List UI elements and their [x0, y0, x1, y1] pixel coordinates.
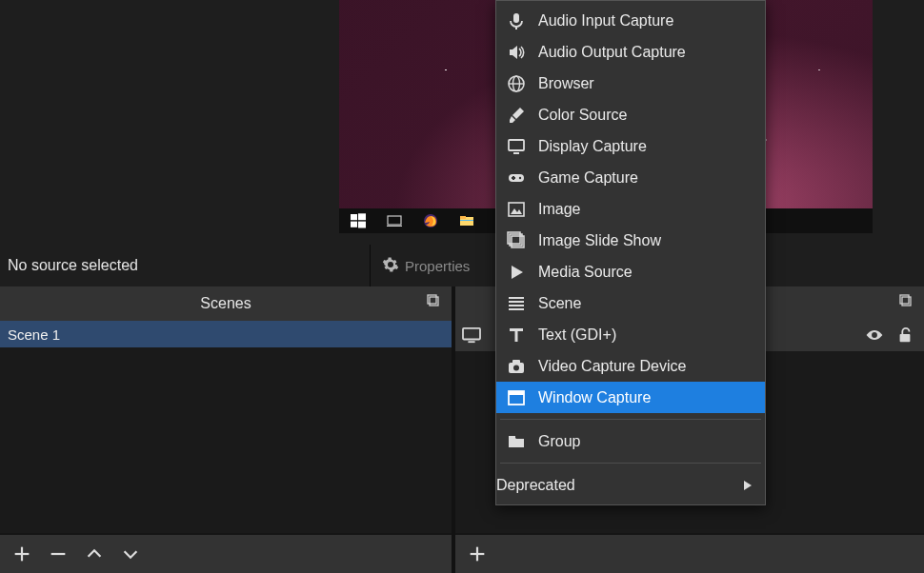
svg-rect-50: [509, 436, 515, 439]
menu-item-label: Audio Output Capture: [538, 44, 686, 61]
menu-item-label: Color Source: [538, 107, 627, 124]
add-source-context-menu: Audio Input Capture Audio Output Capture…: [495, 0, 766, 505]
move-scene-down-button[interactable]: [116, 540, 145, 568]
svg-rect-1: [358, 213, 366, 220]
svg-rect-29: [509, 174, 524, 182]
lock-open-icon[interactable]: [895, 326, 914, 346]
svg-rect-0: [351, 214, 357, 220]
svg-rect-40: [509, 301, 524, 303]
svg-rect-19: [900, 334, 911, 342]
camera-icon: [506, 356, 527, 377]
menu-item-deprecated[interactable]: Deprecated: [496, 469, 765, 501]
speaker-icon: [506, 42, 527, 63]
svg-point-47: [513, 365, 519, 370]
svg-rect-23: [515, 27, 517, 30]
list-icon: [506, 293, 527, 314]
menu-item-image[interactable]: Image: [496, 193, 765, 225]
image-icon: [506, 199, 527, 220]
menu-item-label: Window Capture: [538, 389, 651, 406]
menu-item-label: Display Capture: [538, 138, 647, 155]
menu-item-media-source[interactable]: Media Source: [496, 256, 765, 287]
svg-marker-38: [512, 266, 523, 279]
paintbrush-icon: [506, 105, 527, 126]
preview-area: [0, 0, 924, 245]
menu-item-scene[interactable]: Scene: [496, 287, 765, 319]
windows-start-icon: [349, 211, 368, 230]
svg-rect-28: [513, 152, 519, 154]
svg-rect-46: [512, 360, 520, 364]
undock-icon[interactable]: [427, 294, 444, 311]
menu-item-label: Text (GDI+): [538, 326, 616, 344]
menu-item-label: Media Source: [538, 264, 633, 281]
scenes-body[interactable]: Scene 1: [0, 321, 452, 533]
menu-item-label: Image Slide Show: [538, 232, 661, 249]
menu-separator: [500, 463, 761, 464]
panels-row: Scenes Scene 1 So: [0, 286, 924, 573]
menu-item-video-capture-device[interactable]: Video Capture Device: [496, 350, 765, 382]
monitor-icon: [461, 326, 482, 346]
menu-item-image-slide-show[interactable]: Image Slide Show: [496, 225, 765, 256]
svg-rect-42: [509, 308, 524, 310]
svg-rect-27: [509, 140, 524, 150]
menu-item-text-gdi[interactable]: Text (GDI+): [496, 319, 765, 350]
sources-footer: [455, 533, 924, 573]
properties-button[interactable]: Properties: [371, 245, 481, 286]
menu-item-audio-input-capture[interactable]: Audio Input Capture: [496, 5, 765, 36]
scene-list-item[interactable]: Scene 1: [0, 321, 452, 347]
menu-item-label: Browser: [538, 75, 594, 92]
menu-item-browser[interactable]: Browser: [496, 68, 765, 99]
slideshow-icon: [506, 230, 527, 251]
menu-item-window-capture[interactable]: Window Capture: [496, 382, 765, 413]
remove-scene-button[interactable]: [44, 540, 72, 568]
menu-item-game-capture[interactable]: Game Capture: [496, 162, 765, 193]
globe-icon: [506, 73, 527, 94]
menu-item-color-source[interactable]: Color Source: [496, 99, 765, 130]
svg-rect-18: [468, 341, 474, 343]
menu-item-label: Group: [538, 433, 580, 450]
svg-rect-9: [460, 220, 473, 221]
no-source-label: No source selected: [0, 257, 370, 274]
undock-icon[interactable]: [899, 294, 916, 311]
menu-item-label: Scene: [538, 295, 581, 312]
svg-marker-51: [744, 481, 752, 490]
svg-rect-22: [513, 13, 519, 23]
microphone-icon: [506, 10, 527, 31]
window-icon: [506, 387, 527, 408]
svg-rect-44: [515, 328, 518, 342]
menu-item-label: Audio Input Capture: [538, 12, 673, 30]
menu-item-audio-output-capture[interactable]: Audio Output Capture: [496, 36, 765, 68]
svg-rect-17: [463, 327, 480, 339]
add-source-button[interactable]: [463, 540, 492, 568]
svg-rect-3: [358, 222, 366, 228]
svg-rect-4: [388, 216, 401, 225]
svg-rect-8: [460, 216, 466, 219]
play-icon: [506, 262, 527, 283]
menu-item-label: Game Capture: [538, 169, 638, 187]
menu-item-label: Video Capture Device: [538, 358, 686, 375]
svg-rect-32: [512, 176, 514, 180]
menu-item-group[interactable]: Group: [496, 425, 765, 457]
text-icon: [506, 325, 527, 346]
svg-rect-49: [509, 391, 524, 395]
taskview-icon: [385, 211, 404, 230]
add-scene-button[interactable]: [8, 540, 36, 568]
submenu-arrow-icon: [744, 477, 752, 494]
folder-icon: [506, 431, 527, 452]
menu-item-display-capture[interactable]: Display Capture: [496, 130, 765, 162]
monitor-icon: [506, 136, 527, 157]
svg-point-30: [519, 176, 521, 178]
svg-marker-34: [511, 208, 522, 214]
source-toolbar: No source selected Properties: [0, 245, 924, 286]
menu-item-label: Deprecated: [496, 477, 575, 494]
menu-separator: [500, 419, 761, 420]
gamepad-icon: [506, 168, 527, 188]
file-explorer-icon: [457, 211, 476, 230]
svg-rect-41: [509, 305, 524, 306]
svg-rect-39: [509, 297, 524, 299]
scene-item-label: Scene 1: [8, 326, 60, 343]
move-scene-up-button[interactable]: [80, 540, 109, 568]
menu-item-label: Image: [538, 201, 580, 218]
scenes-title: Scenes: [200, 295, 251, 312]
eye-icon[interactable]: [865, 326, 884, 346]
svg-rect-5: [387, 226, 402, 227]
